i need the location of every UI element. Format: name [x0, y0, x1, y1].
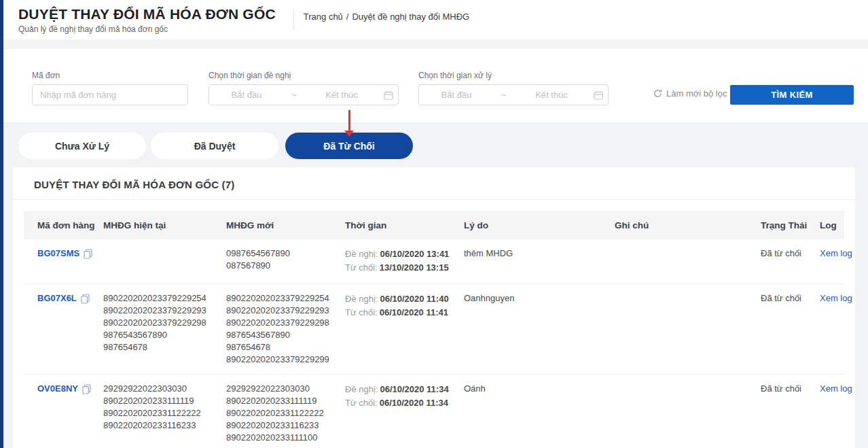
- col-header-time: Thời gian: [345, 220, 464, 230]
- reject-time-value: 06/10/2020 11:41: [380, 307, 448, 317]
- reject-time-value: 13/10/2020 13:15: [380, 262, 449, 273]
- mhdg-new-value: 29292922022303030: [226, 383, 345, 395]
- reject-time-value: 06/10/2020 11:34: [380, 398, 448, 408]
- mhdg-new-value: 0987654567890: [226, 247, 345, 260]
- request-time-line: Đề nghị:06/10/2020 11:34: [345, 383, 464, 396]
- mhdg-current-value: 890220202023379229293: [103, 305, 226, 317]
- cell-status: Đã từ chối: [761, 383, 820, 395]
- mhdg-new-value: 987654678: [226, 341, 345, 354]
- order-code-link[interactable]: OV0E8NY: [37, 383, 78, 395]
- col-header-order-code: Mã đơn hàng: [24, 220, 103, 230]
- search-button[interactable]: TÌM KIẾM: [730, 85, 854, 105]
- table-row: OV0E8NY292929220223030308902202020233111…: [24, 375, 844, 448]
- reset-filter-button[interactable]: Làm mới bộ lọc: [653, 88, 727, 99]
- cell-order-code: OV0E8NY: [24, 383, 103, 395]
- view-log-link[interactable]: Xem log: [820, 247, 852, 260]
- process-start-placeholder[interactable]: Bắt đầu: [419, 90, 494, 100]
- request-time-value: 06/10/2020 13:41: [380, 249, 449, 259]
- request-time-label: Chọn thời gian đề nghị: [209, 71, 291, 80]
- mhdg-new-value: 890220202023379229293: [226, 305, 345, 317]
- cell-status: Đã từ chối: [761, 292, 820, 305]
- process-end-placeholder[interactable]: Kết thúc: [514, 90, 589, 100]
- mhdg-current-value: 8902202020233111119: [103, 395, 226, 407]
- reset-filter-label: Làm mới bộ lọc: [666, 88, 727, 99]
- reject-time-label: Từ chối:: [345, 398, 378, 408]
- cell-current-codes: 2929292202230303089022020202331111198902…: [103, 383, 226, 432]
- tab-da-duyet[interactable]: Đã Duyệt: [151, 133, 278, 159]
- order-code-label: Mã đơn: [32, 71, 60, 80]
- reject-time-line: Từ chối:13/10/2020 13:15: [345, 261, 464, 275]
- cell-new-codes: 2929292202230303089022020202331111198902…: [226, 383, 345, 444]
- breadcrumb: Trang chủ / Duyệt đề nghị thay đổi MHĐG: [304, 10, 469, 22]
- reject-time-label: Từ chối:: [345, 262, 378, 273]
- process-time-label: Chọn thời gian xử lý: [418, 71, 492, 80]
- mhdg-new-value: 8902202020233116233: [226, 419, 345, 432]
- col-header-current-mhdg: MHĐG hiện tại: [103, 220, 226, 230]
- mhdg-current-value: 29292922022303030: [103, 383, 226, 395]
- mhdg-current-value: 890220202023379229298: [103, 317, 226, 329]
- table-row: BG07SMS0987654567890087567890Đề nghị:06/…: [24, 239, 844, 284]
- copy-icon[interactable]: [82, 384, 91, 394]
- mhdg-current-value: 8902202020233116233: [103, 419, 226, 432]
- cell-reason: Oanhnguyen: [464, 292, 615, 305]
- mhdg-new-value: 8902202020233111119: [226, 395, 345, 407]
- left-accent-bar: [0, 0, 3, 448]
- mhdg-new-value: 8902202020233111100: [226, 432, 345, 444]
- cell-log: Xem log: [820, 247, 852, 260]
- mhdg-new-value: 9876543567890: [226, 329, 345, 341]
- breadcrumb-divider: [293, 10, 294, 30]
- reject-time-label: Từ chối:: [345, 307, 378, 317]
- page-subtitle: Quản lý đề nghị thay đổi mã hóa đơn gốc: [18, 24, 276, 34]
- reject-time-line: Từ chối:06/10/2020 11:41: [345, 306, 464, 320]
- tab-chua-xu-ly[interactable]: Chưa Xử Lý: [18, 133, 146, 159]
- request-time-line: Đề nghị:06/10/2020 11:40: [345, 292, 464, 306]
- request-time-label: Đề nghị:: [345, 294, 378, 304]
- view-log-link[interactable]: Xem log: [820, 383, 852, 395]
- col-header-reason: Lý do: [464, 220, 615, 230]
- mhdg-new-value: 890220202023379229298: [226, 317, 345, 329]
- order-code-input[interactable]: [32, 84, 188, 105]
- process-time-range[interactable]: Bắt đầu ~ Kết thúc: [418, 84, 609, 105]
- request-time-range[interactable]: Bắt đầu ~ Kết thúc: [209, 84, 399, 105]
- mhdg-current-value: 890220202023379229254: [103, 292, 226, 305]
- order-code-link[interactable]: BG07X6L: [37, 292, 77, 305]
- col-header-log: Log: [820, 220, 844, 230]
- request-time-value: 06/10/2020 11:40: [380, 294, 448, 304]
- cell-time: Đề nghị:06/10/2020 11:40Từ chối:06/10/20…: [345, 292, 464, 320]
- status-tabs: Chưa Xử Lý Đã Duyệt Đã Từ Chối: [3, 122, 868, 167]
- section-title: DUYỆT THAY ĐỔI MÃ HÓA ĐƠN GỐC (7): [13, 167, 855, 200]
- copy-icon[interactable]: [81, 294, 90, 304]
- mhdg-new-value: 890220202023379229254: [226, 292, 345, 305]
- mhdg-current-value: 987654678: [103, 341, 226, 354]
- request-end-placeholder[interactable]: Kết thúc: [304, 90, 379, 100]
- order-code-link[interactable]: BG07SMS: [37, 247, 79, 260]
- request-time-value: 06/10/2020 11:34: [380, 384, 448, 394]
- reject-time-line: Từ chối:06/10/2020 11:34: [345, 396, 464, 410]
- table-body: BG07SMS0987654567890087567890Đề nghị:06/…: [24, 239, 844, 448]
- breadcrumb-home[interactable]: Trang chủ: [304, 12, 343, 22]
- calendar-icon[interactable]: [589, 90, 608, 100]
- breadcrumb-separator: /: [346, 12, 349, 22]
- cell-time: Đề nghị:06/10/2020 13:41Từ chối:13/10/20…: [345, 247, 464, 275]
- mhdg-current-value: 9876543567890: [103, 329, 226, 341]
- mhdg-new-value: 087567890: [226, 260, 345, 272]
- view-log-link[interactable]: Xem log: [820, 292, 852, 305]
- range-tilde: ~: [284, 90, 304, 100]
- cell-log: Xem log: [820, 383, 852, 395]
- request-start-placeholder[interactable]: Bắt đầu: [209, 90, 284, 100]
- col-header-new-mhdg: MHĐG mới: [226, 220, 345, 230]
- page-header: DUYỆT THAY ĐỔI MÃ HÓA ĐƠN GỐC Quản lý đề…: [3, 0, 868, 39]
- red-down-arrow-annotation: [344, 110, 355, 137]
- cell-time: Đề nghị:06/10/2020 11:34Từ chối:06/10/20…: [345, 383, 464, 410]
- range-tilde: ~: [494, 90, 514, 100]
- col-header-status: Trạng Thái: [761, 220, 820, 230]
- cell-order-code: BG07SMS: [24, 247, 103, 260]
- refresh-icon: [653, 89, 662, 98]
- col-header-note: Ghi chú: [615, 220, 761, 230]
- table-header-row: Mã đơn hàng MHĐG hiện tại MHĐG mới Thời …: [24, 211, 844, 239]
- cell-log: Xem log: [820, 292, 852, 305]
- calendar-icon[interactable]: [379, 90, 398, 100]
- copy-icon[interactable]: [84, 249, 92, 259]
- results-card: DUYỆT THAY ĐỔI MÃ HÓA ĐƠN GỐC (7) Mã đơn…: [13, 167, 855, 448]
- request-time-label: Đề nghị:: [345, 249, 378, 259]
